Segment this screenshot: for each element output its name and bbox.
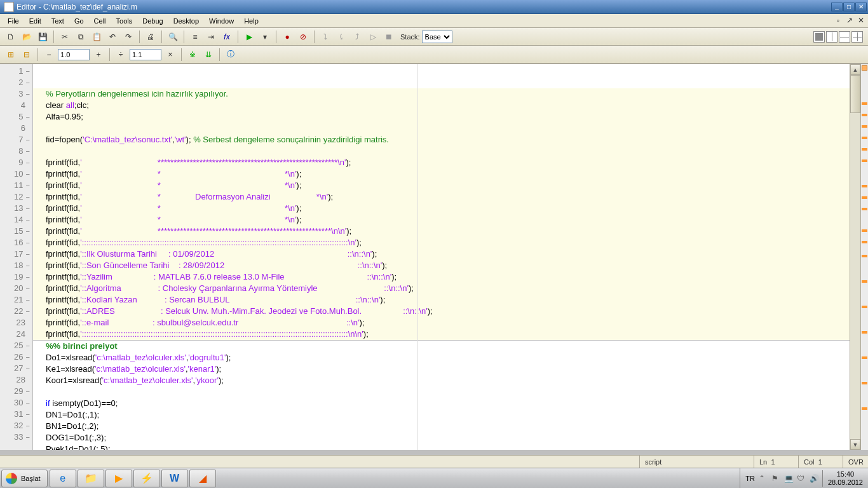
menu-help[interactable]: Help xyxy=(239,15,264,27)
divide-icon[interactable]: ÷ xyxy=(114,48,128,62)
minimize-icon[interactable]: _ xyxy=(831,3,843,11)
scroll-thumb[interactable] xyxy=(850,75,860,113)
tray-clock[interactable]: 15:40 28.09.2012 xyxy=(822,470,863,487)
gutter-line[interactable]: 3− xyxy=(0,88,30,100)
eval-cell-advance-icon[interactable]: ⇊ xyxy=(201,48,215,62)
scroll-up-icon[interactable]: ▲ xyxy=(850,64,860,75)
code-marker-strip[interactable] xyxy=(860,64,868,450)
gutter-line[interactable]: 5− xyxy=(0,111,30,123)
gutter-line[interactable]: 9− xyxy=(0,157,30,168)
gutter-line[interactable]: 26− xyxy=(0,351,30,363)
stack-select[interactable]: Base xyxy=(422,30,452,43)
step-out-icon[interactable]: ⤴ xyxy=(350,30,364,44)
taskbar-winamp-icon[interactable]: ⚡ xyxy=(133,470,160,487)
step-icon[interactable]: ⤵ xyxy=(318,30,332,44)
gutter-line[interactable]: 8− xyxy=(0,146,30,157)
gutter-line[interactable]: 23 xyxy=(0,317,30,329)
gutter-line[interactable]: 10− xyxy=(0,168,30,180)
new-icon[interactable]: 🗋 xyxy=(4,30,18,44)
tray-shield-icon[interactable]: 🛡 xyxy=(797,474,806,483)
continue-icon[interactable]: ▷ xyxy=(366,30,380,44)
tray-lang[interactable]: TR xyxy=(745,475,755,482)
exit-debug-icon[interactable]: ⏹ xyxy=(382,30,396,44)
gutter-line[interactable]: 14− xyxy=(0,214,30,226)
gutter-line[interactable]: 20− xyxy=(0,283,30,294)
gutter-line[interactable]: 21− xyxy=(0,294,30,306)
vertical-scrollbar[interactable]: ▲ ▼ xyxy=(850,64,860,450)
taskbar-matlab-icon[interactable]: ◢ xyxy=(189,470,216,487)
menu-cell[interactable]: Cell xyxy=(89,15,111,27)
cell-insert-icon[interactable]: ⊞ xyxy=(4,48,18,62)
gutter-line[interactable]: 15− xyxy=(0,226,30,237)
cut-icon[interactable]: ✂ xyxy=(58,30,72,44)
gutter-line[interactable]: 6 xyxy=(0,123,30,134)
taskbar-media-icon[interactable]: ▶ xyxy=(105,470,132,487)
menu-window[interactable]: Window xyxy=(204,15,239,27)
eval-cell-icon[interactable]: ※ xyxy=(186,48,200,62)
comment-icon[interactable]: ≡ xyxy=(188,30,202,44)
layout-quad-icon[interactable] xyxy=(851,31,863,43)
tray-volume-icon[interactable]: 🔊 xyxy=(810,474,818,483)
close-icon[interactable]: ✕ xyxy=(855,3,867,11)
find-icon[interactable]: 🔍 xyxy=(166,30,180,44)
copy-icon[interactable]: ⧉ xyxy=(74,30,88,44)
gutter-line[interactable]: 17− xyxy=(0,248,30,260)
indent-icon[interactable]: ⇥ xyxy=(204,30,218,44)
function-icon[interactable]: fx xyxy=(220,30,234,44)
menu-debug[interactable]: Debug xyxy=(137,15,168,27)
gutter-line[interactable]: 11− xyxy=(0,180,30,191)
step-in-icon[interactable]: ⤹ xyxy=(334,30,348,44)
tray-network-icon[interactable]: 💻 xyxy=(784,474,793,483)
gutter-line[interactable]: 18− xyxy=(0,260,30,271)
gutter-line[interactable]: 31− xyxy=(0,409,30,420)
save-icon[interactable]: 💾 xyxy=(36,30,50,44)
run-icon[interactable]: ▶ xyxy=(242,30,256,44)
menu-desktop[interactable]: Desktop xyxy=(168,15,204,27)
taskbar-ie-icon[interactable]: e xyxy=(50,470,76,487)
undo-icon[interactable]: ↶ xyxy=(105,30,119,44)
layout-hsplit-icon[interactable] xyxy=(839,31,850,43)
maximize-icon[interactable]: □ xyxy=(843,3,855,11)
layout-single-icon[interactable] xyxy=(813,31,825,43)
zoom-factor-1[interactable] xyxy=(58,49,90,60)
gutter-line[interactable]: 24 xyxy=(0,329,30,340)
run-dropdown-icon[interactable]: ▾ xyxy=(258,30,272,44)
cell-eval-icon[interactable]: ⊟ xyxy=(20,48,34,62)
info-icon[interactable]: ⓘ xyxy=(224,48,238,62)
open-icon[interactable]: 📂 xyxy=(20,30,34,44)
print-icon[interactable]: 🖨 xyxy=(144,30,158,44)
multiply-icon[interactable]: × xyxy=(163,48,177,62)
start-button[interactable]: Başlat xyxy=(1,470,48,487)
line-gutter[interactable]: 1−2−3−4 5−6 7−8−9−10−11−12−13−14−15−16−1… xyxy=(0,64,33,450)
dock-icon[interactable]: ▫ xyxy=(834,16,843,25)
gutter-line[interactable]: 7− xyxy=(0,134,30,146)
tray-flag-icon[interactable]: ⚑ xyxy=(771,474,780,483)
breakpoint-set-icon[interactable]: ● xyxy=(280,30,294,44)
paste-icon[interactable]: 📋 xyxy=(90,30,104,44)
gutter-line[interactable]: 16− xyxy=(0,237,30,248)
menu-file[interactable]: File xyxy=(3,15,24,27)
gutter-line[interactable]: 28 xyxy=(0,374,30,386)
gutter-line[interactable]: 1− xyxy=(0,65,30,77)
gutter-line[interactable]: 32− xyxy=(0,420,30,431)
code-area[interactable]: % Peryotların dengelenmesi icin hazırlık… xyxy=(33,64,850,450)
layout-vsplit-icon[interactable] xyxy=(826,31,837,43)
gutter-line[interactable]: 4 xyxy=(0,100,30,111)
gutter-line[interactable]: 22− xyxy=(0,306,30,317)
gutter-line[interactable]: 33− xyxy=(0,431,30,443)
minus-icon[interactable]: − xyxy=(42,48,56,62)
gutter-line[interactable]: 29− xyxy=(0,386,30,397)
undock-icon[interactable]: ↗ xyxy=(845,16,854,25)
gutter-line[interactable]: 30− xyxy=(0,397,30,409)
redo-icon[interactable]: ↷ xyxy=(121,30,135,44)
scroll-down-icon[interactable]: ▼ xyxy=(850,439,860,450)
gutter-line[interactable]: 27− xyxy=(0,363,30,374)
gutter-line[interactable]: 19− xyxy=(0,271,30,283)
tray-chevron-icon[interactable]: ⌃ xyxy=(759,474,768,483)
taskbar-explorer-icon[interactable]: 📁 xyxy=(78,470,104,487)
taskbar-word-icon[interactable]: W xyxy=(161,470,188,487)
gutter-line[interactable]: 25− xyxy=(0,340,30,351)
zoom-factor-2[interactable] xyxy=(130,49,161,60)
gutter-line[interactable]: 2− xyxy=(0,77,30,88)
gutter-line[interactable]: 12− xyxy=(0,191,30,203)
